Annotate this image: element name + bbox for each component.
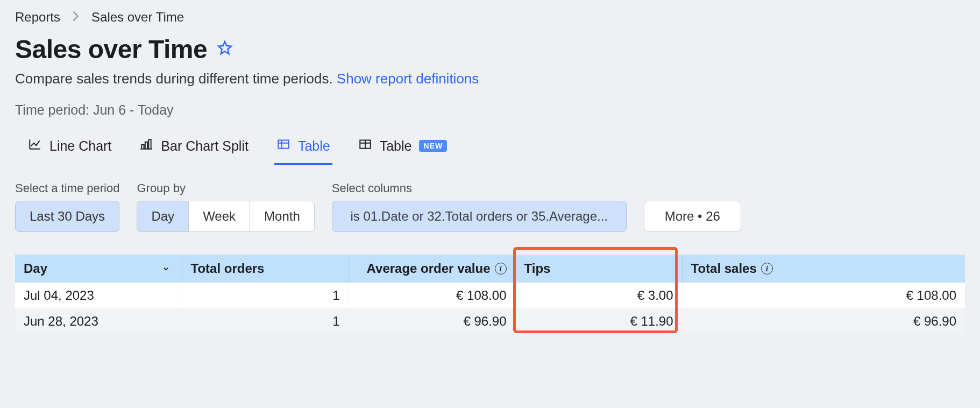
- cell-avg: € 108.00: [349, 283, 515, 308]
- time-period-filter-label: Select a time period: [15, 181, 119, 195]
- cell-total: € 108.00: [682, 283, 965, 308]
- filters-row: Select a time period Last 30 Days Group …: [15, 181, 965, 232]
- table-row: Jun 28, 2023 1 € 96.90 € 11.90 € 96.90: [15, 308, 965, 334]
- table-row: Jul 04, 2023 1 € 108.00 € 3.00 € 108.00: [15, 283, 965, 308]
- breadcrumb-current: Sales over Time: [91, 10, 184, 25]
- tab-label: Line Chart: [49, 138, 111, 154]
- new-badge: NEW: [419, 140, 447, 152]
- group-by-segment: Day Week Month: [137, 201, 314, 232]
- col-header-total-sales[interactable]: Total sales i: [682, 255, 965, 283]
- table-icon: [358, 137, 372, 154]
- group-by-week[interactable]: Week: [188, 201, 250, 232]
- data-table-wrap: Day ⌄ Total orders Average order value i: [15, 255, 965, 334]
- col-header-tips[interactable]: Tips: [515, 255, 682, 283]
- group-by-day[interactable]: Day: [137, 201, 188, 232]
- group-by-month[interactable]: Month: [250, 201, 315, 232]
- col-label: Tips: [524, 261, 551, 276]
- time-period-select[interactable]: Last 30 Days: [15, 201, 119, 232]
- time-period-label: Time period: Jun 6 - Today: [15, 102, 965, 118]
- breadcrumb: Reports Sales over Time: [15, 10, 965, 25]
- col-header-total-orders[interactable]: Total orders: [182, 255, 349, 283]
- breadcrumb-reports[interactable]: Reports: [15, 10, 60, 25]
- cell-orders: 1: [182, 283, 349, 308]
- table-icon: [276, 137, 290, 154]
- page-subtitle: Compare sales trends during different ti…: [15, 71, 965, 87]
- tab-label: Table: [298, 138, 330, 154]
- chevron-right-icon: [72, 10, 80, 25]
- cell-day: Jun 28, 2023: [15, 308, 182, 334]
- col-header-avg-order-value[interactable]: Average order value i: [349, 255, 515, 283]
- sort-caret-icon: ⌄: [162, 261, 170, 273]
- select-columns-button[interactable]: is 01.Date or 32.Total orders or 35.Aver…: [332, 201, 627, 232]
- view-tabs: Line Chart Bar Chart Split Table Table N…: [15, 134, 965, 165]
- group-by-label: Group by: [137, 181, 314, 195]
- col-label: Average order value: [367, 261, 491, 276]
- tab-line-chart[interactable]: Line Chart: [26, 134, 113, 165]
- subtitle-text: Compare sales trends during different ti…: [15, 71, 337, 87]
- col-label: Total sales: [691, 261, 757, 276]
- col-label: Day: [24, 261, 47, 276]
- col-label: Total orders: [191, 261, 265, 276]
- info-icon[interactable]: i: [761, 263, 773, 275]
- page-title: Sales over Time: [15, 34, 207, 64]
- tab-table-new[interactable]: Table NEW: [356, 134, 449, 165]
- star-icon[interactable]: [217, 40, 233, 59]
- select-columns-label: Select columns: [332, 181, 627, 195]
- bar-chart-icon: [139, 137, 153, 154]
- line-chart-icon: [28, 137, 42, 154]
- info-icon[interactable]: i: [495, 263, 507, 275]
- cell-avg: € 96.90: [349, 308, 515, 334]
- cell-tips: € 11.90: [515, 308, 682, 334]
- cell-day: Jul 04, 2023: [15, 283, 182, 308]
- svg-rect-0: [278, 140, 289, 148]
- tab-label: Bar Chart Split: [161, 138, 248, 154]
- tab-table-active[interactable]: Table: [274, 134, 332, 165]
- cell-tips: € 3.00: [515, 283, 682, 308]
- col-header-day[interactable]: Day ⌄: [15, 255, 182, 283]
- more-filters-button[interactable]: More • 26: [644, 201, 741, 232]
- show-definitions-link[interactable]: Show report definitions: [337, 71, 479, 87]
- tab-bar-chart-split[interactable]: Bar Chart Split: [137, 134, 251, 165]
- cell-total: € 96.90: [682, 308, 965, 334]
- tab-label: Table: [380, 138, 412, 154]
- sales-table: Day ⌄ Total orders Average order value i: [15, 255, 965, 334]
- cell-orders: 1: [182, 308, 349, 334]
